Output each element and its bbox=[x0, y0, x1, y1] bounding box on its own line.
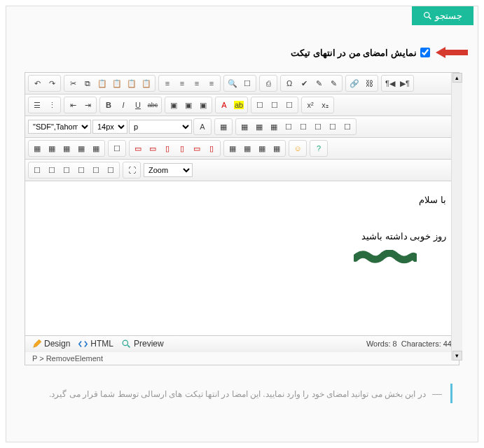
table-delete-button[interactable]: ▦ bbox=[89, 141, 103, 155]
outdent-button[interactable]: ⇤ bbox=[66, 98, 80, 112]
wrap-left-button[interactable]: ▣ bbox=[167, 98, 181, 112]
module-button[interactable]: ☐ bbox=[340, 120, 354, 134]
style-dropdown-button[interactable]: A bbox=[195, 120, 209, 134]
bg-color-button[interactable]: ab bbox=[232, 98, 246, 112]
template2-button[interactable]: ☐ bbox=[268, 98, 282, 112]
hint-text: — در این بخش می توانید امضای خود را وارد… bbox=[32, 384, 452, 403]
insert-table-button[interactable]: ▦ bbox=[30, 141, 44, 155]
paragraph-select[interactable]: p bbox=[129, 120, 192, 134]
table-row-button[interactable]: ▦ bbox=[45, 141, 59, 155]
sub-button[interactable]: x₂ bbox=[318, 98, 332, 112]
paste-word-button[interactable]: 📋 bbox=[125, 76, 139, 90]
col-right-button[interactable]: ▯ bbox=[175, 141, 189, 155]
editor-mode-tabs: Design HTML Preview Words: 8 Characters:… bbox=[25, 335, 459, 351]
spellcheck-button[interactable]: ✔ bbox=[297, 76, 311, 90]
merge-cells-button[interactable]: ▦ bbox=[226, 141, 240, 155]
underline-button[interactable]: U bbox=[131, 98, 145, 112]
rich-text-editor: ↶ ↷ ✂ ⧉ 📋 📋 📋 📋 ≡ ≡ ≡ ≡ 🔍 ☐ bbox=[25, 72, 459, 365]
form-select-button[interactable]: ☐ bbox=[89, 163, 103, 177]
delete-col-button[interactable]: ▯ bbox=[205, 141, 219, 155]
text-color-button[interactable]: A bbox=[217, 98, 231, 112]
ltr-button[interactable]: ¶◀ bbox=[383, 76, 397, 90]
snippet-button[interactable]: ☐ bbox=[311, 120, 325, 134]
delete-row-button[interactable]: ▭ bbox=[190, 141, 204, 155]
scroll-up-button[interactable]: ▴ bbox=[452, 73, 462, 83]
media-button[interactable]: ▦ bbox=[252, 120, 266, 134]
tab-html[interactable]: HTML bbox=[78, 339, 113, 349]
editor-content[interactable]: با سلام روز خوبی داشته باشید bbox=[25, 181, 459, 335]
fullscreen-button[interactable]: ⛶ bbox=[125, 163, 139, 177]
link-button[interactable]: 🔗 bbox=[347, 76, 361, 90]
signature-checkbox[interactable]: نمایش امضای من در انتهای تیکت bbox=[291, 48, 430, 58]
emoji-button[interactable]: ☺ bbox=[291, 141, 305, 155]
svg-point-3 bbox=[123, 340, 127, 345]
zoom-select[interactable]: Zoom bbox=[144, 163, 193, 177]
vertical-scrollbar[interactable]: ▴ ▾ bbox=[451, 73, 462, 360]
table-cell-button[interactable]: ▦ bbox=[74, 141, 88, 155]
find-button[interactable]: 🔍 bbox=[226, 76, 240, 90]
svg-line-4 bbox=[127, 345, 130, 347]
flash-button[interactable]: ▦ bbox=[267, 120, 281, 134]
row-below-button[interactable]: ▭ bbox=[146, 141, 160, 155]
indent-button[interactable]: ⇥ bbox=[81, 98, 95, 112]
rtl-button[interactable]: ▶¶ bbox=[398, 76, 412, 90]
sup-button[interactable]: x² bbox=[303, 98, 317, 112]
tab-design[interactable]: Design bbox=[32, 339, 70, 349]
font-size-select[interactable]: 14px bbox=[92, 120, 127, 134]
wrap-right-button[interactable]: ▣ bbox=[196, 98, 210, 112]
col-left-button[interactable]: ▯ bbox=[160, 141, 174, 155]
toolbar-row-2: ☰ ⋮ ⇤ ⇥ B I U abc ▣ ▣ ▣ A ab bbox=[25, 94, 459, 116]
form-button[interactable]: ☐ bbox=[326, 120, 340, 134]
form-text-button[interactable]: ☐ bbox=[45, 163, 59, 177]
form-radio-button[interactable]: ☐ bbox=[74, 163, 88, 177]
font-family-select[interactable]: "SDF",Tahom... bbox=[28, 120, 91, 134]
form-input-button[interactable]: ☐ bbox=[30, 163, 44, 177]
form-button-button[interactable]: ☐ bbox=[104, 163, 118, 177]
toolbar-row-1: ↶ ↷ ✂ ⧉ 📋 📋 📋 📋 ≡ ≡ ≡ ≡ 🔍 ☐ bbox=[25, 73, 459, 94]
paste-plain-button[interactable]: 📋 bbox=[110, 76, 124, 90]
tab-preview[interactable]: Preview bbox=[122, 339, 164, 349]
split-cell-button[interactable]: ▦ bbox=[240, 141, 254, 155]
clear-format-button[interactable]: ✎ bbox=[326, 76, 340, 90]
element-path[interactable]: P > RemoveElement bbox=[25, 351, 459, 365]
table-dropdown-button[interactable]: ▦ bbox=[216, 120, 230, 134]
document-button[interactable]: ☐ bbox=[282, 120, 296, 134]
help-button[interactable]: ? bbox=[312, 141, 326, 155]
search-button[interactable]: جستجو bbox=[412, 6, 473, 25]
content-line-1: با سلام bbox=[38, 191, 446, 209]
form-check-button[interactable]: ☐ bbox=[60, 163, 74, 177]
undo-button[interactable]: ↶ bbox=[30, 76, 44, 90]
omega-button[interactable]: Ω bbox=[282, 76, 296, 90]
align-left-button[interactable]: ≡ bbox=[160, 76, 174, 90]
wrap-none-button[interactable]: ▣ bbox=[181, 98, 195, 112]
print-button[interactable]: ⎙ bbox=[261, 76, 275, 90]
table-col-button[interactable]: ▦ bbox=[60, 141, 74, 155]
cut-button[interactable]: ✂ bbox=[66, 76, 80, 90]
strike-button[interactable]: abc bbox=[146, 98, 160, 112]
scroll-down-button[interactable]: ▾ bbox=[452, 351, 462, 360]
template-button[interactable]: ☐ bbox=[296, 120, 310, 134]
toggle-border-button[interactable]: ☐ bbox=[110, 141, 124, 155]
align-right-button[interactable]: ≡ bbox=[190, 76, 204, 90]
template3-button[interactable]: ☐ bbox=[282, 98, 296, 112]
align-center-button[interactable]: ≡ bbox=[175, 76, 189, 90]
template1-button[interactable]: ☐ bbox=[253, 98, 267, 112]
svg-point-0 bbox=[424, 13, 429, 18]
redo-button[interactable]: ↷ bbox=[45, 76, 59, 90]
row-above-button[interactable]: ▭ bbox=[131, 141, 145, 155]
italic-button[interactable]: I bbox=[116, 98, 130, 112]
bold-button[interactable]: B bbox=[102, 98, 116, 112]
table-props-button[interactable]: ▦ bbox=[270, 141, 284, 155]
select-all-button[interactable]: ☐ bbox=[240, 76, 254, 90]
signature-checkbox-input[interactable] bbox=[420, 48, 430, 57]
copy-button[interactable]: ⧉ bbox=[81, 76, 95, 90]
image-button[interactable]: ▦ bbox=[237, 120, 251, 134]
paste-button[interactable]: 📋 bbox=[95, 76, 109, 90]
unlink-button[interactable]: ⛓ bbox=[362, 76, 376, 90]
cell-props-button[interactable]: ▦ bbox=[255, 141, 269, 155]
paste-html-button[interactable]: 📋 bbox=[139, 76, 153, 90]
align-justify-button[interactable]: ≡ bbox=[205, 76, 219, 90]
format-brush-button[interactable]: ✎ bbox=[312, 76, 326, 90]
ordered-list-button[interactable]: ☰ bbox=[30, 98, 44, 112]
unordered-list-button[interactable]: ⋮ bbox=[45, 98, 59, 112]
